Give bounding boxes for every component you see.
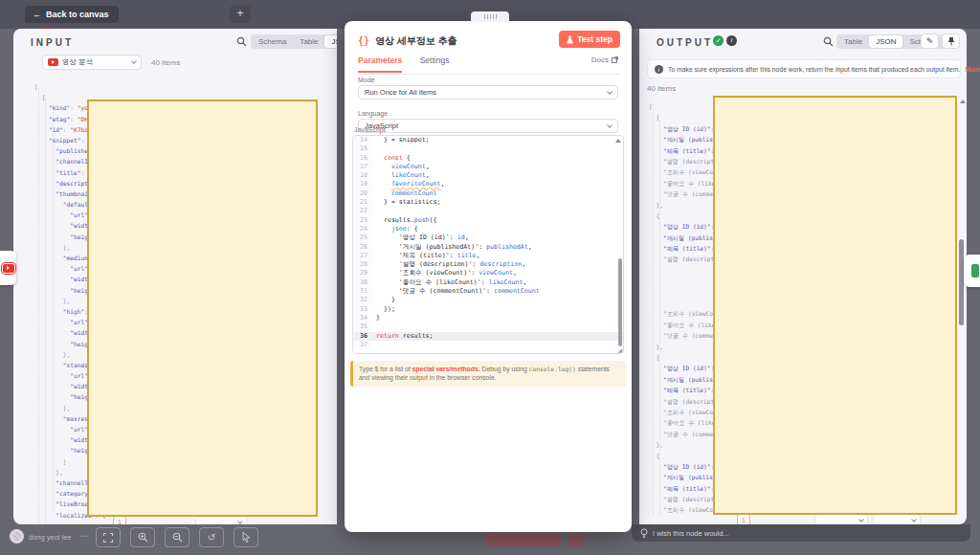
input-source-select[interactable]: 영상 분석	[42, 55, 142, 70]
zoom-out-icon	[172, 532, 183, 543]
output-tab-json[interactable]: JSON	[869, 35, 902, 48]
output-page-size-select[interactable]	[814, 514, 868, 524]
notice-more-info-link[interactable]: More Info	[965, 66, 980, 73]
editor-scroll-up-arrow[interactable]	[615, 139, 621, 143]
code-line: 17 viewCount,	[353, 163, 623, 171]
docs-link[interactable]: Docs	[591, 56, 618, 64]
code-line: 32 }	[353, 296, 623, 304]
code-text: '조회수 (viewCount)': viewCount,	[372, 269, 517, 278]
output-tab-table[interactable]: Table	[837, 35, 869, 48]
output-page-1[interactable]: 1	[737, 514, 750, 524]
input-view-tabs: Schema Table JSON	[251, 34, 337, 49]
code-text: '제목 (title)': title,	[372, 252, 480, 260]
input-page-1[interactable]: 1	[113, 516, 126, 524]
line-number: 20	[353, 189, 372, 198]
line-number: 16	[353, 154, 372, 163]
code-line: 16 const {	[353, 154, 623, 163]
flask-icon	[567, 35, 573, 44]
feedback-bar[interactable]: I wish this node would...	[632, 524, 970, 542]
code-text: const {	[372, 154, 411, 163]
editor-resize-handle[interactable]: ◢	[617, 346, 622, 353]
mode-select[interactable]: Run Once for All Items	[358, 85, 618, 100]
line-number: 31	[353, 287, 372, 296]
line-number: 14	[353, 136, 372, 144]
code-line: 34 }	[353, 314, 623, 322]
code-line: 26 '게시일 (publishedAt)': publishedAt,	[353, 243, 623, 252]
info-icon: i	[655, 65, 663, 74]
input-connector-tab	[0, 251, 16, 285]
code-text: });	[372, 305, 395, 314]
mode-label: Mode	[358, 77, 375, 83]
input-tab-table[interactable]: Table	[293, 35, 324, 48]
hint-special-vars-link[interactable]: special vars/methods.	[412, 366, 480, 372]
code-text: viewCount,	[372, 163, 430, 171]
pointer-mode-button[interactable]	[234, 527, 258, 547]
success-check-icon: ✓	[713, 35, 724, 46]
code-text: results.push({	[372, 216, 437, 225]
line-number: 36	[353, 332, 372, 341]
code-text: '영상 ID (id)': id,	[372, 233, 469, 242]
code-editor[interactable]: 14 } = snippet; 15 16 const { 17 viewCou…	[352, 135, 624, 354]
run-info-icon[interactable]: i	[726, 35, 737, 46]
tab-parameters[interactable]: Parameters	[358, 56, 402, 73]
line-number: 34	[353, 314, 372, 322]
code-text: '설명 (description)': description,	[372, 260, 525, 269]
input-page-size-select[interactable]	[195, 516, 247, 524]
back-label: Back to canvas	[46, 10, 109, 19]
test-step-label: Test step	[577, 31, 612, 48]
test-step-button[interactable]: Test step	[559, 31, 620, 48]
editor-scrollbar-thumb[interactable]	[618, 258, 622, 346]
line-number: 21	[353, 198, 372, 207]
line-number: 26	[353, 243, 372, 252]
edit-output-button[interactable]: ✎	[921, 33, 939, 49]
user-avatar[interactable]	[10, 529, 24, 544]
zoom-to-fit-button[interactable]	[96, 527, 121, 547]
input-page-next[interactable]	[131, 518, 133, 524]
output-page-next[interactable]	[755, 516, 757, 524]
user-menu-button[interactable]: ⋯	[80, 531, 89, 541]
code-text	[372, 207, 376, 215]
feedback-label: I wish this node would...	[653, 529, 729, 538]
input-items-count: 40 items	[151, 58, 180, 67]
output-scroll-up-arrow[interactable]	[960, 100, 966, 103]
code-text	[372, 322, 376, 331]
youtube-icon	[48, 58, 58, 66]
code-line: 31 '댓글 수 (commentCount)': commentCount	[353, 287, 623, 296]
zoom-in-button[interactable]	[130, 527, 155, 547]
modal-drag-handle[interactable]	[471, 11, 509, 22]
output-page-size-value[interactable]	[873, 514, 921, 524]
line-number: 28	[353, 260, 372, 269]
line-number: 37	[353, 341, 372, 349]
line-number: 19	[353, 180, 372, 189]
code-text: commentCount	[372, 189, 437, 198]
code-line: 25 '영상 ID (id)': id,	[353, 233, 623, 242]
code-line: 22	[353, 207, 623, 215]
chevron-down-icon	[131, 58, 137, 64]
code-text: }	[372, 296, 395, 304]
tab-settings[interactable]: Settings	[420, 56, 450, 71]
chevron-down-icon	[237, 519, 243, 524]
modal-tabs: Parameters Settings Docs	[358, 56, 620, 75]
code-line: 35	[353, 322, 623, 331]
line-number: 18	[353, 171, 372, 180]
code-line: 37	[353, 341, 623, 349]
input-tab-json[interactable]: JSON	[324, 35, 337, 48]
code-text: '게시일 (publishedAt)': publishedAt,	[372, 243, 532, 252]
line-number: 30	[353, 278, 372, 287]
language-select[interactable]: JavaScript	[358, 119, 618, 133]
pin-data-button[interactable]	[942, 33, 960, 49]
output-connector-tab	[964, 255, 980, 287]
dimmed-canvas-button	[568, 534, 584, 546]
add-button[interactable]: +	[230, 6, 251, 23]
output-search-icon[interactable]	[823, 36, 834, 47]
reset-zoom-button[interactable]: ↺	[199, 527, 224, 547]
editor-label: JavaScript	[354, 126, 386, 133]
external-link-icon	[612, 56, 618, 63]
chevron-down-icon	[607, 122, 612, 128]
code-text: } = snippet;	[372, 136, 430, 144]
mode-value: Run Once for All Items	[365, 88, 436, 97]
zoom-out-button[interactable]	[165, 527, 189, 547]
code-text: likeCount,	[372, 171, 430, 180]
input-search-icon[interactable]	[236, 36, 247, 47]
input-tab-schema[interactable]: Schema	[252, 35, 293, 48]
